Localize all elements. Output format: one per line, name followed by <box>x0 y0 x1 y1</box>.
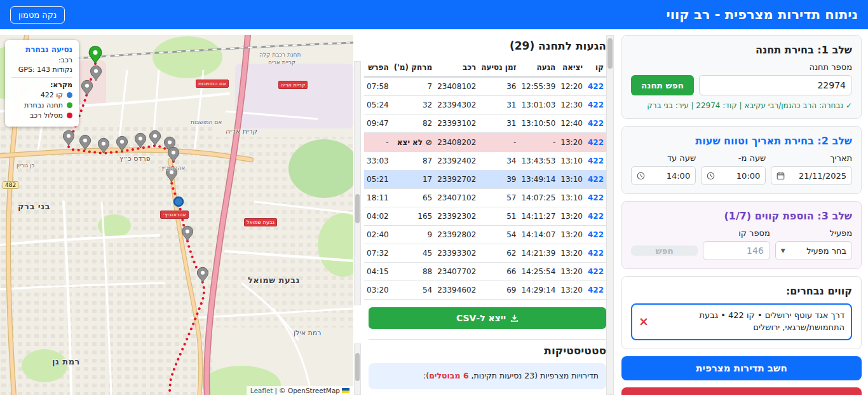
cell-vehicle: 23407102 <box>435 189 478 207</box>
stats-scrollbar[interactable] <box>354 343 361 395</box>
time-to-input[interactable]: 14:00 <box>631 166 696 185</box>
cell-travel: 34 <box>478 152 519 170</box>
cell-vehicle: 23408102 <box>435 77 478 96</box>
cell-gap: 18:11 <box>364 189 391 207</box>
time-from-input[interactable]: 10:00 <box>701 166 766 185</box>
map-place-label: קריית אריה <box>268 59 295 66</box>
map-place-label: בני ברק <box>18 202 50 211</box>
arrival-row[interactable]: 42213:2014:14:075423392802902:40 <box>364 226 606 244</box>
map-place-label: גבעת שמואל <box>248 275 300 285</box>
cell-gap: - <box>364 133 391 152</box>
arrival-row[interactable]: 42213:2014:25:5466234077028804:15 <box>364 263 606 281</box>
arrival-row[interactable]: 42212:2012:55:393623408102707:58 <box>364 77 606 96</box>
legend-key-title: מקרא: <box>11 81 72 89</box>
cell-line: 422 <box>585 189 606 207</box>
cell-departure: 13:20 <box>558 281 585 300</box>
leaflet-link[interactable]: Leaflet <box>250 387 273 394</box>
cell-line: 422 <box>585 207 606 226</box>
cell-arrival: 14:07:25 <box>519 189 558 207</box>
cell-vehicle: 23392802 <box>435 226 478 244</box>
arrival-row[interactable]: 42213:20--23408202⊘ לא יצא- <box>364 133 606 152</box>
road-shield-label: גבעת שמואל <box>244 218 277 226</box>
cell-travel: 57 <box>478 189 519 207</box>
cell-vehicle: 23394302 <box>435 96 478 114</box>
arrival-row[interactable]: 42213:1013:43:5334233924028733:03 <box>364 152 606 170</box>
selected-lines-card: קווים נבחרים: דרך אגד עוטף ירושלים • קו … <box>621 276 862 349</box>
map-place-label: תחנת רכבת קלה <box>259 52 301 58</box>
legend-dot-icon <box>67 92 72 98</box>
map-legend: נסיעה נבחרת רכב: נקודות GPS: 143 מקרא: ק… <box>5 40 79 127</box>
cell-arrival: 13:49:14 <box>519 170 558 189</box>
calculate-frequency-button[interactable]: חשב תדירות מצרפית <box>621 356 862 380</box>
cell-vehicle: 23392302 <box>435 207 478 226</box>
cell-line: 422 <box>585 281 606 300</box>
attribution-separator: | <box>275 387 278 394</box>
cell-line: 422 <box>585 133 606 152</box>
cell-departure: 13:10 <box>558 189 585 207</box>
cell-distance: 165 <box>391 207 435 226</box>
cell-travel: 31 <box>478 96 519 114</box>
step1-title: שלב 1: בחירת תחנה <box>631 44 852 56</box>
map-attribution: Leaflet | © OpenStreetMap <box>247 386 353 395</box>
legend-item: קו 422 <box>11 91 72 99</box>
scrollbar-thumb[interactable] <box>355 194 360 223</box>
arrival-row[interactable]: 42213:1013:49:1439233927021705:21 <box>364 170 606 189</box>
selected-line-text: דרך אגד עוטף ירושלים • קו 422 • גבעת התח… <box>654 310 844 334</box>
cell-arrival: 14:14:07 <box>519 226 558 244</box>
osm-link[interactable]: © OpenStreetMap <box>279 387 340 394</box>
station-number-label: מספר תחנה <box>631 62 852 72</box>
cell-arrival: 14:29:14 <box>519 281 558 300</box>
remove-line-button[interactable]: × <box>639 315 649 328</box>
table-scrollbar[interactable] <box>354 61 361 305</box>
map[interactable]: נסיעה נבחרת רכב: נקודות GPS: 143 מקרא: ק… <box>0 35 353 395</box>
date-input[interactable]: 21/11/2025 <box>771 166 852 185</box>
col-travel-time: זמן נסיעה <box>478 59 519 77</box>
cell-departure: 13:20 <box>558 226 585 244</box>
cell-gap: 03:20 <box>364 281 391 300</box>
cell-travel: 62 <box>478 244 519 263</box>
arrivals-title: הגעות לתחנה (29) <box>369 39 606 52</box>
station-selected-note: ✓ נבחרה: הרב כהנמן/רבי עקיבא | קוד: 2297… <box>631 101 852 110</box>
station-number-input[interactable] <box>699 75 852 95</box>
legend-item-label: קו 422 <box>41 91 63 99</box>
search-station-button[interactable]: חפש תחנה <box>631 75 694 95</box>
cell-arrival: 13:10:50 <box>519 114 558 133</box>
road-shield-label: קריית אריה <box>278 81 308 89</box>
chevron-down-icon: ▼ <box>781 247 785 254</box>
road-shield-label: אם המושבות <box>196 80 229 88</box>
date-value: 21/11/2025 <box>799 171 846 181</box>
arrival-row[interactable]: 42212:3013:01:0331233943023205:24 <box>364 96 606 114</box>
step2-title: שלב 2: בחירת תאריך וטווח שעות <box>631 135 852 147</box>
scrollbar-thumb[interactable] <box>607 38 613 69</box>
table-header-row: קו יציאה הגעה זמן נסיעה רכב מרחק (מ') הפ… <box>364 59 606 77</box>
cell-gap: 33:03 <box>364 152 391 170</box>
cell-gap: 02:40 <box>364 226 391 244</box>
time-from-label: שעה מ- <box>701 153 766 163</box>
clear-cache-button[interactable]: נקה מטמון <box>10 6 65 24</box>
line-422-marker-icon[interactable] <box>174 197 183 206</box>
arrival-row[interactable]: 42213:2014:29:1469233946025403:20 <box>364 281 606 300</box>
calendar-icon <box>776 172 785 180</box>
cell-departure: 12:30 <box>558 96 585 114</box>
legend-item-label: מסלול רכב <box>30 111 63 120</box>
cell-travel: - <box>478 133 519 152</box>
cell-travel: 36 <box>478 77 519 96</box>
line-number-input[interactable] <box>703 241 770 260</box>
controls-scrollbar[interactable] <box>606 35 614 395</box>
cell-vehicle: 23392402 <box>435 152 478 170</box>
arrival-row[interactable]: 42213:1014:07:2557234071026518:11 <box>364 189 606 207</box>
arrival-row[interactable]: 42213:2014:11:27512339230216504:02 <box>364 207 606 226</box>
cell-vehicle: 23393302 <box>435 244 478 263</box>
road-shield-label: 482 <box>3 181 18 189</box>
arrival-row[interactable]: 42212:4013:10:5031233931028209:47 <box>364 114 606 133</box>
export-csv-button[interactable]: ייצא ל-CSV <box>369 307 606 329</box>
search-line-button[interactable]: חפש <box>631 246 698 256</box>
cell-arrival: 14:11:27 <box>519 207 558 226</box>
operator-select[interactable]: בחר מפעיל ▼ <box>775 241 852 260</box>
arrival-row[interactable]: 42213:2014:21:3962233933024507:32 <box>364 244 606 263</box>
operator-selected-value: בחר מפעיל <box>806 246 846 256</box>
clear-results-button[interactable]: נקה תוצאות <box>621 387 862 395</box>
clock-icon <box>637 172 645 180</box>
step3-card: שלב 3: הוספת קווים (1/7) מפעיל בחר מפעיל… <box>621 201 862 269</box>
scrollbar-thumb[interactable] <box>355 353 360 381</box>
